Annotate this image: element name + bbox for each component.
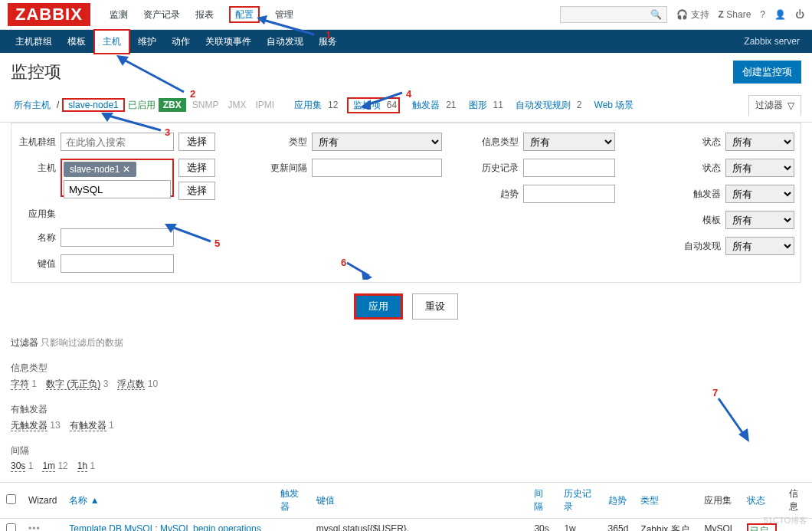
col-triggers[interactable]: 触发器 [274, 483, 310, 519]
bc-enabled: 已启用 [128, 99, 156, 112]
lbl-type: 类型 [261, 136, 307, 149]
anno-7: 7 [712, 387, 718, 398]
type-select[interactable]: 所有 [312, 133, 442, 151]
trigger-select[interactable]: 所有 [725, 185, 794, 203]
col-name[interactable]: 名称 ▲ [63, 483, 273, 519]
status-select[interactable]: 所有 [725, 159, 794, 177]
group-input[interactable] [61, 133, 174, 151]
col-trend[interactable]: 趋势 [602, 483, 635, 519]
info-type-section: 信息类型 字符 1 数字 (无正负) 3 浮点数 10 [0, 356, 812, 397]
col-history[interactable]: 历史记录 [558, 483, 601, 519]
col-wizard: Wizard [22, 483, 63, 519]
lbl-appset2: 应用集 [13, 208, 56, 221]
group-select-button[interactable]: 选择 [178, 133, 215, 151]
create-item-button[interactable]: 创建监控项 [733, 61, 801, 84]
lbl-status: 状态 [678, 162, 721, 175]
bc-graphs[interactable]: 图形 [466, 97, 490, 113]
logo: ZABBIX [8, 3, 90, 26]
bc-web[interactable]: Web 场景 [591, 97, 637, 113]
filter-toggle[interactable]: 过滤器 ▽ [748, 95, 801, 116]
bc-items[interactable]: 监控项 [350, 98, 384, 112]
disc-select[interactable]: 所有 [725, 237, 794, 255]
sub-nav: 主机群组 模板 主机 维护 动作 关联项事件 自动发现 服务 Zabbix se… [0, 30, 812, 53]
header-right: 🔍 🎧 支持 Z Share ? 👤 ⏻ [560, 6, 804, 23]
subnav-hostgroups[interactable]: 主机群组 [8, 31, 60, 53]
anno-2: 2 [190, 88, 195, 100]
filter-note-section: 过滤器 只影响过滤后的数据 [0, 330, 812, 356]
interval-input[interactable] [312, 159, 442, 177]
appset-input[interactable] [64, 180, 171, 198]
nav-inventory[interactable]: 资产记录 [136, 4, 188, 26]
nav-config[interactable]: 配置 [221, 4, 267, 26]
subnav-templates[interactable]: 模板 [60, 31, 93, 53]
user-icon[interactable]: 👤 [774, 9, 786, 20]
reset-button[interactable]: 重设 [412, 293, 458, 320]
share-link[interactable]: Z Share [719, 9, 751, 20]
apply-button[interactable]: 应用 [354, 293, 403, 320]
zbx-badge: ZBX [159, 98, 186, 112]
nav-admin[interactable]: 管理 [267, 4, 301, 26]
trend-input[interactable] [523, 185, 615, 203]
anno-4: 4 [406, 88, 411, 100]
nav-monitor[interactable]: 监测 [102, 4, 136, 26]
subnav-server: Zabbix server [744, 36, 804, 47]
host-tag[interactable]: slave-node1 ✕ [64, 162, 136, 177]
subnav-hosts[interactable]: 主机 [95, 31, 129, 53]
bc-discovery[interactable]: 自动发现规则 [512, 97, 574, 113]
subnav-actions[interactable]: 动作 [164, 31, 198, 53]
anno-1: 1 [326, 29, 331, 41]
subnav-discovery[interactable]: 自动发现 [259, 31, 311, 53]
host-select-button[interactable]: 选择 [178, 159, 215, 177]
subnav-correlation[interactable]: 关联项事件 [198, 31, 259, 53]
key-input[interactable] [61, 254, 174, 273]
sort-icon: ▲ [90, 495, 100, 506]
select-all-checkbox[interactable] [6, 494, 16, 504]
col-interval[interactable]: 间隔 [528, 483, 558, 519]
bc-triggers[interactable]: 触发器 [409, 97, 443, 113]
name-input[interactable] [61, 228, 174, 247]
nav-reports[interactable]: 报表 [188, 4, 221, 26]
global-search[interactable]: 🔍 [560, 6, 667, 23]
lbl-trigger: 触发器 [678, 188, 721, 201]
support-link[interactable]: 🎧 支持 [676, 8, 709, 21]
row-checkbox[interactable] [6, 523, 16, 531]
bc-all-hosts[interactable]: 所有主机 [11, 97, 54, 113]
page-head: 监控项 创建监控项 [0, 53, 812, 91]
anno-6: 6 [341, 257, 346, 268]
snmp-badge: SNMP [189, 98, 222, 112]
power-icon[interactable]: ⏻ [795, 9, 804, 20]
page-title: 监控项 [11, 61, 61, 84]
subnav-maintenance[interactable]: 维护 [130, 31, 164, 53]
trigger-section: 有触发器 无触发器 13 有触发器 1 [0, 397, 812, 438]
bc-host[interactable]: slave-node1 [65, 98, 121, 112]
state-select[interactable]: 所有 [725, 133, 794, 151]
ipmi-badge: IPMI [252, 98, 277, 112]
col-info: 信息 [783, 483, 812, 519]
filter-icon: ▽ [787, 100, 794, 111]
anno-3: 3 [165, 126, 170, 138]
lbl-key: 键值 [18, 257, 56, 270]
lbl-template: 模板 [678, 214, 721, 227]
col-status[interactable]: 状态 [741, 483, 783, 519]
appset-select-button[interactable]: 选择 [178, 182, 215, 200]
history-input[interactable] [523, 159, 615, 177]
search-icon: 🔍 [650, 9, 662, 20]
lbl-name: 名称 [18, 231, 56, 244]
help-icon[interactable]: ? [760, 9, 765, 20]
lbl-state: 状态 [678, 136, 721, 149]
col-key[interactable]: 键值 [310, 483, 529, 519]
apply-row: 应用 重设 [0, 283, 812, 330]
lbl-history: 历史记录 [473, 162, 519, 175]
template-link[interactable]: Template DB MySQL [69, 523, 155, 531]
interval-section: 间隔 30s 1 1m 12 1h 1 [0, 438, 812, 477]
bc-appset[interactable]: 应用集 [291, 97, 325, 113]
info-select[interactable]: 所有 [523, 133, 615, 151]
col-type[interactable]: 类型 [634, 483, 698, 519]
table-row: ••• Template DB MySQL: MySQL begin opera… [0, 519, 812, 532]
remove-tag-icon[interactable]: ✕ [123, 164, 130, 175]
host-multiselect[interactable]: slave-node1 ✕ [61, 159, 174, 197]
wizard-icon[interactable]: ••• [28, 523, 41, 531]
top-nav: 监测 资产记录 报表 配置 管理 [102, 4, 301, 26]
template-select[interactable]: 所有 [725, 211, 794, 229]
jmx-badge: JMX [224, 98, 249, 112]
